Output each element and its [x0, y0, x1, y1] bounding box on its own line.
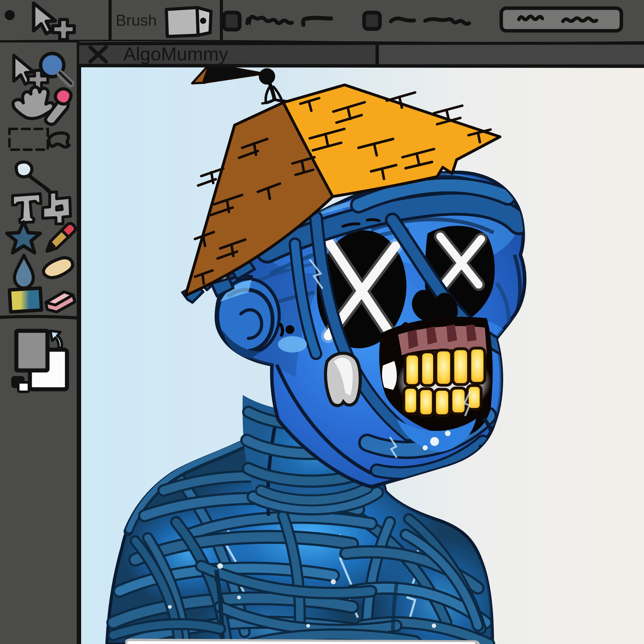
- svg-text:Brush: Brush: [116, 12, 157, 29]
- svg-text:AlgoMummy: AlgoMummy: [123, 43, 228, 64]
